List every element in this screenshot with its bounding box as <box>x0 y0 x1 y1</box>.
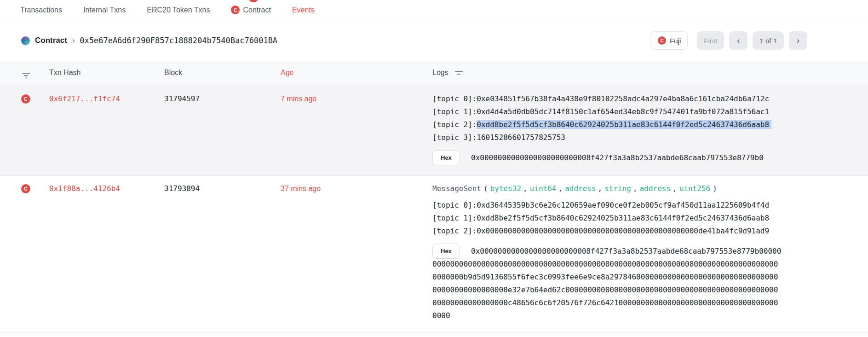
hex-section: Hex0x0000000000000000000000008f427f3a3a8… <box>432 151 782 164</box>
logs-cell: [topic 0]:0xe034851f567b38fa4a438e9f8010… <box>432 93 782 164</box>
pagination-prev-button[interactable]: ‹ <box>729 31 747 50</box>
hex-section: Hex0x0000000000000000000000008f427f3a3a8… <box>432 245 782 322</box>
event-name: MessageSent <box>432 184 481 193</box>
param-separator: , <box>598 184 603 193</box>
age-value: 37 mins ago <box>281 182 432 195</box>
filter-icon[interactable] <box>22 73 30 78</box>
block-number: 31793894 <box>164 182 281 195</box>
event-param-type: address <box>640 184 671 193</box>
param-separator: , <box>523 184 528 193</box>
topic-value: 16015286601757825753 <box>477 133 565 142</box>
txn-hash-link[interactable]: 0x6f217...f1fc74 <box>49 93 164 105</box>
breadcrumb-section: Contract <box>35 36 67 45</box>
tab-contract[interactable]: CContract <box>231 6 270 14</box>
event-param-type: uint64 <box>530 184 557 193</box>
age-value: 7 mins ago <box>281 93 432 105</box>
topic-label: [topic 0]: <box>432 201 477 209</box>
topic-line: [topic 3]:16015286601757825753 <box>432 131 782 144</box>
hex-button[interactable]: Hex <box>432 244 460 259</box>
event-signature: MessageSent(bytes32,uint64,address,strin… <box>432 182 782 195</box>
events-page: TransactionsInternal TxnsERC20 Token Txn… <box>0 0 868 337</box>
tab-label: Events <box>292 6 315 14</box>
topic-value: 0xdd8be2f5f5d5cf3b8640c62924025b311ae83c… <box>477 214 769 222</box>
column-header-txn-hash: Txn Hash <box>49 69 164 77</box>
topic-value: 0xdd8be2f5f5d5cf3b8640c62924025b311ae83c… <box>477 120 771 129</box>
tab-label: ERC20 Token Txns <box>147 6 210 14</box>
table-header: Txn Hash Block Age Logs <box>0 61 868 84</box>
breadcrumb: Contract › 0x5e67eA6d6f290F857c1888204b7… <box>21 36 277 45</box>
tab-bar: TransactionsInternal TxnsERC20 Token Txn… <box>0 0 868 20</box>
contract-icon: C <box>21 184 30 193</box>
page-header: Contract › 0x5e67eA6d6f290F857c1888204b7… <box>0 20 868 61</box>
header-controls: C Fuji First ‹ 1 of 1 › <box>651 31 807 50</box>
topic-value: 0xe034851f567b38fa4a438e9f80102258adc4a2… <box>477 94 769 103</box>
network-chip[interactable]: C Fuji <box>651 31 688 50</box>
topic-value: 0xd36445359b3c6e26c120659aef090ce0f2eb00… <box>477 201 769 209</box>
topic-line: [topic 0]:0xe034851f567b38fa4a438e9f8010… <box>432 93 782 105</box>
event-param-type: bytes32 <box>490 184 521 193</box>
event-method-cell: C <box>0 93 49 104</box>
contract-icon: C <box>231 6 240 14</box>
network-chip-icon: C <box>658 36 666 45</box>
param-separator: , <box>673 184 677 193</box>
tab-erc20-token-txns[interactable]: ERC20 Token Txns <box>147 6 210 14</box>
tab-label: Transactions <box>20 6 62 14</box>
events-table: Txn Hash Block Age Logs C0x6f217...f1fc7… <box>0 61 868 333</box>
hex-data: 0x0000000000000000000000008f427f3a3a8b25… <box>432 245 782 322</box>
event-param-type: uint256 <box>679 184 710 193</box>
event-method-cell: C <box>0 182 49 193</box>
tab-internal-txns[interactable]: Internal Txns <box>83 6 126 14</box>
hex-data: 0x0000000000000000000000008f427f3a3a8b25… <box>432 151 782 164</box>
column-header-age[interactable]: Age <box>281 69 432 77</box>
contract-sphere-icon <box>21 36 30 45</box>
tab-events[interactable]: Events <box>292 6 315 14</box>
topic-line: [topic 1]:0xdd8be2f5f5d5cf3b8640c6292402… <box>432 212 782 225</box>
table-row: C0x1f88a...4126b43179389437 mins agoMess… <box>0 176 868 333</box>
event-param-type: string <box>604 184 631 193</box>
breadcrumb-separator: › <box>72 36 75 45</box>
pagination-next-button[interactable]: › <box>789 31 807 50</box>
contract-icon: C <box>21 94 30 104</box>
topic-label: [topic 0]: <box>432 94 477 103</box>
logs-cell: MessageSent(bytes32,uint64,address,strin… <box>432 182 782 322</box>
network-chip-label: Fuji <box>670 37 681 45</box>
hex-button[interactable]: Hex <box>432 150 460 165</box>
pagination-page-indicator: 1 of 1 <box>753 31 784 50</box>
event-param-type: address <box>565 184 596 193</box>
topic-value: 0xd4d4a5d0db05dc714f8150c1af654ed34eb8c9… <box>477 107 769 116</box>
topic-line: [topic 2]:0xdd8be2f5f5d5cf3b8640c6292402… <box>432 118 782 131</box>
tab-label: Contract <box>243 6 270 14</box>
param-separator: , <box>558 184 563 193</box>
param-separator: , <box>633 184 638 193</box>
table-body: C0x6f217...f1fc74317945977 mins ago[topi… <box>0 84 868 333</box>
topic-value: 0x00000000000000000000000000000000000000… <box>477 227 769 235</box>
column-header-logs: Logs <box>432 69 448 77</box>
contract-address: 0x5e67eA6d6f290F857c1888204b7540Bac76001… <box>80 36 277 45</box>
pagination-first-button[interactable]: First <box>697 31 724 50</box>
topic-label: [topic 1]: <box>432 107 477 116</box>
table-row: C0x6f217...f1fc74317945977 mins ago[topi… <box>0 84 868 176</box>
topic-line: [topic 0]:0xd36445359b3c6e26c120659aef09… <box>432 199 782 212</box>
topic-line: [topic 2]:0x0000000000000000000000000000… <box>432 225 782 238</box>
tab-label: Internal Txns <box>83 6 126 14</box>
txn-hash-link[interactable]: 0x1f88a...4126b4 <box>49 182 164 195</box>
tab-transactions[interactable]: Transactions <box>20 6 62 14</box>
topic-line: [topic 1]:0xd4d4a5d0db05dc714f8150c1af65… <box>432 105 782 118</box>
cutoff-red-icon <box>248 0 259 2</box>
topic-label: [topic 1]: <box>432 214 477 222</box>
close-paren: ) <box>713 184 717 193</box>
logs-filter-icon[interactable] <box>455 71 463 75</box>
column-header-block: Block <box>164 69 281 77</box>
topic-label: [topic 3]: <box>432 133 477 142</box>
topic-label: [topic 2]: <box>432 227 477 235</box>
open-paren: ( <box>483 184 488 193</box>
pagination: First ‹ 1 of 1 › <box>697 31 807 50</box>
topic-label: [topic 2]: <box>432 120 477 129</box>
block-number: 31794597 <box>164 93 281 105</box>
